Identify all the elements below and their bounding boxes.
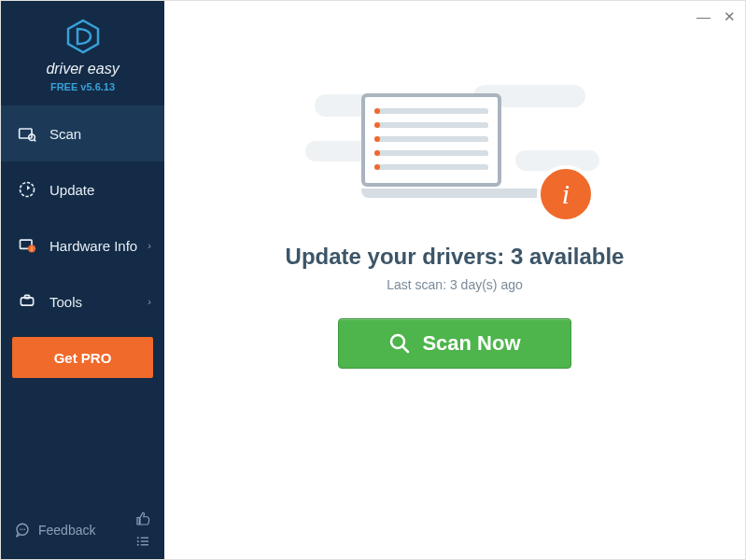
svg-point-15 xyxy=(137,540,139,542)
get-pro-label: Get PRO xyxy=(54,350,112,366)
headline: Update your drivers: 3 available xyxy=(286,244,625,270)
hardware-info-icon: i xyxy=(18,236,36,255)
feedback-button[interactable]: Feedback xyxy=(14,522,95,539)
svg-point-13 xyxy=(24,529,26,531)
logo-area: driver easy FREE v5.6.13 xyxy=(1,1,164,105)
svg-line-3 xyxy=(35,140,36,142)
list-icon[interactable] xyxy=(134,533,151,550)
info-badge-icon: i xyxy=(537,165,595,223)
feedback-label: Feedback xyxy=(38,523,95,538)
sidebar-item-label: Update xyxy=(49,182,94,198)
svg-line-21 xyxy=(402,346,408,352)
chevron-right-icon: › xyxy=(148,296,151,307)
scan-now-label: Scan Now xyxy=(422,331,520,356)
laptop-icon xyxy=(361,93,548,198)
minimize-button[interactable]: — xyxy=(697,8,711,25)
scan-now-button[interactable]: Scan Now xyxy=(338,318,571,369)
app-logo-icon xyxy=(64,18,102,55)
close-button[interactable]: ✕ xyxy=(724,8,736,25)
footer-right-icons xyxy=(134,511,151,550)
sidebar-item-hardware-info[interactable]: i Hardware Info › xyxy=(1,217,164,273)
main-content: — ✕ i Update your drivers: 3 available L… xyxy=(164,1,745,559)
chevron-right-icon: › xyxy=(148,240,151,251)
app-version: FREE v5.6.13 xyxy=(50,81,115,92)
tools-icon xyxy=(18,292,36,311)
window-controls: — ✕ xyxy=(697,8,736,25)
svg-marker-0 xyxy=(68,21,98,52)
subline: Last scan: 3 day(s) ago xyxy=(387,277,523,292)
get-pro-button[interactable]: Get PRO xyxy=(12,337,153,378)
app-name: driver easy xyxy=(46,61,119,77)
scan-icon xyxy=(18,124,36,143)
nav: Scan Update i Hardware Info › Tools › xyxy=(1,105,164,329)
sidebar-item-label: Hardware Info xyxy=(49,238,137,254)
sidebar-item-label: Scan xyxy=(49,126,81,142)
search-icon xyxy=(388,332,411,355)
svg-point-12 xyxy=(21,529,23,531)
svg-point-14 xyxy=(137,537,139,539)
sidebar-footer: Feedback xyxy=(1,501,164,559)
feedback-icon xyxy=(14,522,31,539)
sidebar-item-label: Tools xyxy=(49,294,82,310)
sidebar-item-tools[interactable]: Tools › xyxy=(1,273,164,329)
illustration: i xyxy=(333,66,576,225)
sidebar-item-update[interactable]: Update xyxy=(1,161,164,217)
update-icon xyxy=(18,180,36,199)
svg-point-16 xyxy=(137,544,139,546)
sidebar-item-scan[interactable]: Scan xyxy=(1,105,164,161)
svg-rect-1 xyxy=(20,129,32,138)
sidebar: driver easy FREE v5.6.13 Scan Update i H… xyxy=(1,1,164,559)
thumbs-up-icon[interactable] xyxy=(134,511,151,527)
svg-point-11 xyxy=(20,529,21,531)
